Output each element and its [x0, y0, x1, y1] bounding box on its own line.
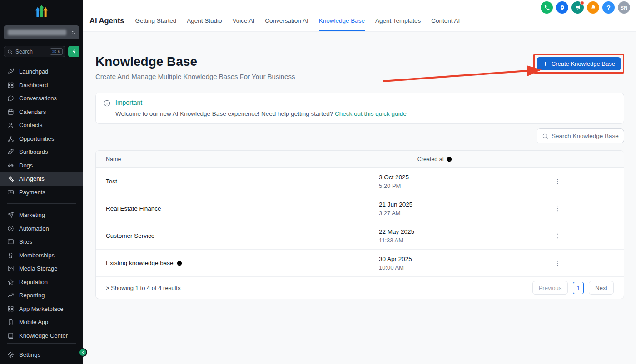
row-menu-button[interactable]	[552, 176, 563, 187]
kb-created-date: 22 May 2025	[379, 228, 491, 236]
phone-button[interactable]	[541, 1, 553, 14]
sidebar-item-label: Settings	[19, 351, 40, 358]
help-button[interactable]: ?	[602, 1, 615, 14]
row-menu-button[interactable]	[552, 203, 563, 214]
column-header-name: Name	[96, 156, 379, 162]
sidebar-item-label: Marketing	[19, 212, 45, 218]
tab-knowledge-base[interactable]: Knowledge Base	[319, 10, 365, 31]
table-row[interactable]: Real Estate Finance 21 Jun 2025 3:27 AM	[96, 195, 624, 222]
help-circle-icon[interactable]	[446, 156, 452, 162]
table-row[interactable]: Customer Service 22 May 2025 11:33 AM	[96, 222, 624, 250]
sidebar-item-payments[interactable]: Payments	[0, 186, 83, 199]
tab-voice-ai[interactable]: Voice AI	[233, 10, 255, 31]
quick-actions-button[interactable]	[68, 46, 80, 57]
tab-content-ai[interactable]: Content AI	[431, 10, 460, 31]
info-icon	[103, 99, 111, 107]
sidebar-item-reputation[interactable]: Reputation	[0, 275, 83, 289]
column-header-created-at: Created at	[379, 156, 491, 162]
knowledge-base-search[interactable]	[537, 128, 624, 143]
table-row[interactable]: Test 3 Oct 2025 5:20 PM	[96, 168, 624, 195]
app-logo-icon	[0, 0, 83, 18]
pin-button[interactable]	[556, 1, 568, 14]
user-avatar[interactable]: SN	[618, 1, 630, 14]
bell-icon	[590, 5, 596, 11]
image-icon	[7, 265, 14, 272]
page-number-button[interactable]: 1	[573, 282, 584, 294]
chevron-up-down-icon	[70, 30, 76, 36]
mobile-phone-icon	[7, 319, 14, 325]
kb-name: Customer Service	[106, 232, 154, 239]
sidebar-item-dogs[interactable]: Dogs	[0, 159, 83, 172]
sidebar-item-contacts[interactable]: Contacts	[0, 118, 83, 132]
banner-body: Important Welcome to our new AI Knowledg…	[115, 99, 407, 118]
page-subtitle: Create And Manage Multiple Knowledge Bas…	[95, 73, 295, 81]
topbar: AI Agents Getting Started Agent Studio V…	[83, 0, 636, 32]
sidebar-item-marketing[interactable]: Marketing	[0, 208, 83, 222]
chevron-left-icon	[81, 350, 85, 355]
sidebar-search[interactable]: ⌘ K	[4, 46, 65, 57]
sidebar-item-app-marketplace[interactable]: App Marketplace	[0, 302, 83, 316]
launchpad-icon	[7, 68, 14, 75]
sidebar-item-ai-agents[interactable]: AI Agents	[0, 172, 83, 186]
tab-agent-templates[interactable]: Agent Templates	[375, 10, 421, 31]
sidebar-item-surfboards[interactable]: Surfboards	[0, 145, 83, 159]
sidebar-item-settings[interactable]: Settings	[0, 348, 83, 362]
opportunities-icon	[7, 135, 14, 142]
sidebar-item-label: Knowledge Center	[19, 332, 68, 339]
previous-page-button[interactable]: Previous	[532, 281, 568, 295]
sidebar-divider	[7, 343, 76, 344]
page-title-block: Knowledge Base Create And Manage Multipl…	[95, 54, 295, 81]
info-banner: Important Welcome to our new AI Knowledg…	[95, 93, 624, 124]
page-header: Knowledge Base Create And Manage Multipl…	[95, 54, 624, 81]
book-icon	[7, 332, 14, 339]
sidebar-collapse-button[interactable]	[79, 348, 87, 357]
tab-getting-started[interactable]: Getting Started	[135, 10, 176, 31]
row-menu-button[interactable]	[552, 231, 563, 241]
kebab-menu-icon	[554, 205, 561, 212]
sidebar-search-input[interactable]	[15, 49, 45, 55]
quick-guide-link[interactable]: Check out this quick guide	[335, 110, 407, 117]
search-shortcut-badge: ⌘ K	[50, 48, 63, 55]
sidebar-item-sites[interactable]: Sites	[0, 235, 83, 249]
sidebar-item-label: Memberships	[19, 252, 55, 259]
tab-conversation-ai[interactable]: Conversation AI	[265, 10, 308, 31]
phone-icon	[544, 5, 550, 11]
sidebar-item-knowledge-center[interactable]: Knowledge Center	[0, 329, 83, 339]
chat-bubble-icon	[7, 95, 14, 102]
sidebar-item-mobile-app[interactable]: Mobile App	[0, 315, 83, 329]
search-icon	[542, 133, 548, 139]
sidebar-item-label: Mobile App	[19, 319, 48, 325]
sidebar-item-memberships[interactable]: Memberships	[0, 249, 83, 262]
create-knowledge-base-button[interactable]: Create Knowledge Base	[537, 57, 621, 70]
paper-plane-icon	[7, 212, 14, 218]
kebab-menu-icon	[554, 232, 561, 240]
banner-text: Welcome to our new AI Knowledge Base exp…	[115, 110, 407, 118]
create-button-label: Create Knowledge Base	[552, 60, 615, 67]
tab-bar: Getting Started Agent Studio Voice AI Co…	[135, 10, 460, 31]
sidebar-item-reporting[interactable]: Reporting	[0, 289, 83, 302]
sidebar-item-calendars[interactable]: Calendars	[0, 105, 83, 119]
table-row[interactable]: Existing knowledge base 30 Apr 2025 10:0…	[96, 250, 624, 277]
help-circle-icon[interactable]	[176, 260, 183, 266]
sidebar-item-dashboard[interactable]: Dashboard	[0, 79, 83, 92]
sidebar-item-media-storage[interactable]: Media Storage	[0, 262, 83, 275]
sidebar-item-launchpad[interactable]: Launchpad	[0, 65, 83, 79]
main-area: AI Agents Getting Started Agent Studio V…	[83, 0, 636, 364]
announcements-button[interactable]	[571, 1, 584, 14]
sidebar-item-label: Opportunities	[19, 135, 54, 142]
banner-message: Welcome to our new AI Knowledge Base exp…	[115, 110, 333, 117]
sidebar-item-label: Dogs	[19, 162, 33, 169]
account-selector[interactable]	[4, 25, 80, 39]
sidebar-item-automation[interactable]: Automation	[0, 222, 83, 236]
sidebar-item-conversations[interactable]: Conversations	[0, 92, 83, 105]
sidebar-item-opportunities[interactable]: Opportunities	[0, 132, 83, 146]
kb-created-time: 11:33 AM	[379, 237, 491, 244]
row-menu-button[interactable]	[552, 258, 563, 269]
knowledge-base-search-input[interactable]	[552, 133, 619, 139]
paw-icon	[7, 162, 14, 169]
next-page-button[interactable]: Next	[589, 281, 614, 295]
sidebar-item-label: Calendars	[19, 108, 46, 115]
tab-agent-studio[interactable]: Agent Studio	[187, 10, 222, 31]
sidebar-search-row: ⌘ K	[4, 46, 80, 57]
notifications-button[interactable]	[587, 1, 599, 14]
